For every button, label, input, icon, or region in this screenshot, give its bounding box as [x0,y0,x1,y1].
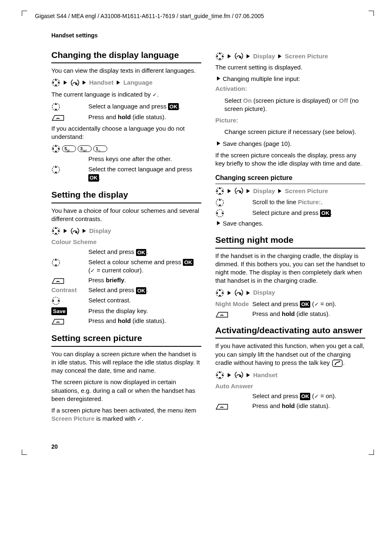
check-icon: ✓ [152,92,157,98]
hangup-icon [51,114,65,121]
arrow-icon [217,221,220,225]
step-row: Select a colour scheme and press OK (✓ =… [51,258,201,275]
step-row: Select a language and press OK. [51,102,201,111]
menu-path: Handset Language [51,78,201,87]
hangup-icon [215,311,228,318]
nav-ud-icon [215,198,224,207]
text: You can view the display texts in differ… [51,67,201,75]
step-row: Save Press the display key. [51,307,201,316]
nav-icon [215,187,224,196]
arrow-icon [247,54,250,58]
text: Change screen picture if necessary (see … [224,128,365,136]
step-row: Contrast Select and press OK. [51,286,201,294]
step-row: Select contrast. [51,296,201,305]
arrow-icon [247,291,250,295]
text: The current setting is displayed. [215,63,365,71]
step-row: Press and hold (idle status). [215,402,365,410]
arrow-icon [278,189,281,193]
left-column: Changing the display language You can vi… [51,49,201,426]
menu-path: Handset [215,371,365,380]
arrow-icon [217,76,220,81]
ok-badge: OK [88,174,99,182]
settings-icon [234,52,243,60]
step-row: Scroll to the line Picture:. [215,198,365,207]
section-title: Handset settings [51,32,371,39]
settings-icon [234,371,243,379]
bullet: Save changes (page 10). [215,140,365,148]
check-icon: ✓ [314,301,319,307]
menu-label: Handset [253,371,277,379]
settings-icon [70,227,79,235]
nav-ud-icon [51,258,60,267]
arrow-icon [278,54,281,58]
nav-icon [51,226,60,235]
text: Select On (screen picture is displayed) … [224,97,365,113]
check-icon: ✓ [314,393,319,399]
text: If the screen picture conceals the displ… [215,151,365,168]
nav-icon [51,144,60,153]
nav-icon [215,52,224,61]
step-row: 5jkl 3def 1∞ [51,144,201,153]
hangup-icon [51,318,65,325]
subhead-contrast: Contrast [51,286,88,294]
key-5: 5jkl [62,145,76,152]
menu-label: Language [123,78,152,87]
text: You have a choice of four colour schemes… [51,207,201,224]
save-badge: Save [51,307,67,316]
heading-change-screen-picture: Changing screen picture [215,173,365,184]
ok-badge: OK [136,287,147,295]
text: The current language is indicated by ✓. [51,90,201,99]
doc-header: Gigaset S44 / MEA engl / A31008-M1611-A6… [35,12,371,20]
step-row: Select and press OK. [51,248,201,256]
bullet: Changing multiple line input: [215,75,365,83]
ok-badge: OK [168,103,179,111]
key-1: 1∞ [93,145,107,152]
arrow-icon [247,189,250,193]
talk-icon [332,359,343,367]
step-row: Press briefly. [51,276,201,284]
subhead-night-mode: Night Mode [215,300,252,308]
menu-label: Screen Picture [285,52,328,60]
menu-label: Display [89,227,111,235]
nav-ud-icon [51,102,60,111]
text: If you have activated this function, whe… [215,342,365,367]
arrow-icon [83,81,86,85]
text: If you accidentally choose a language yo… [51,124,201,141]
heading-auto-answer: Activating/deactivating auto answer [215,325,365,339]
text: If the handset is in the charging cradle… [215,252,365,285]
step-row: Select and press OK (✓ = on). [215,392,365,400]
step-row: Night Mode Select and press OK (✓ = on). [215,300,365,308]
menu-path: Display [51,226,201,235]
nav-icon [215,371,224,380]
nav-lr-icon [215,209,224,218]
step-row: Press and hold (idle status). [51,317,201,325]
hangup-icon [51,277,65,284]
settings-icon [234,187,243,195]
heading-night-mode: Setting night mode [215,234,365,248]
step-row: Press and hold (idle status). [51,113,201,121]
nav-icon [215,288,224,297]
subhead-auto-answer: Auto Answer [215,382,365,390]
page-number: 20 [51,443,371,451]
text: You can display a screen picture when th… [51,350,201,375]
text: The screen picture is now displayed in c… [51,378,201,403]
hangup-icon [215,403,228,410]
heading-setting-display: Setting the display [51,189,201,203]
arrow-icon [228,373,231,377]
settings-icon [234,289,243,297]
menu-path: Display [215,288,365,297]
arrow-icon [117,81,120,85]
arrow-icon [228,291,231,295]
subhead-activation: Activation: [215,85,365,93]
ok-badge: OK [320,210,331,217]
ok-badge: OK [300,393,311,400]
arrow-icon [64,229,67,233]
check-icon: ✓ [137,416,142,422]
heading-change-language: Changing the display language [51,49,201,63]
step-row: Select picture and press OK. [215,209,365,218]
right-column: Display Screen Picture The current setti… [215,49,365,426]
ok-badge: OK [136,249,147,256]
settings-icon [70,79,79,87]
arrow-icon [83,229,86,233]
ok-badge: OK [183,259,194,266]
